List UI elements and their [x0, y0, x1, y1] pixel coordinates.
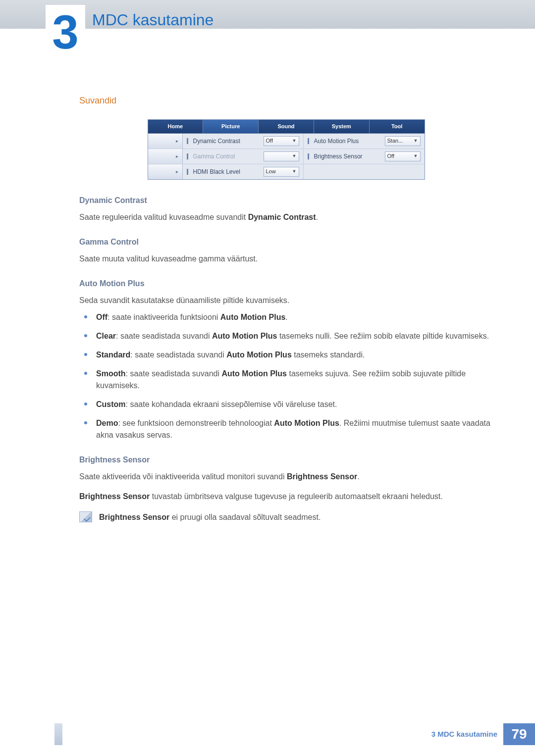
chevron-down-icon: ▼ [292, 168, 297, 175]
dynamic-contrast-select[interactable]: Off ▼ [264, 136, 299, 146]
field-marker-icon [308, 138, 309, 144]
gamma-control-select: ▼ [264, 151, 299, 161]
field-marker-icon [187, 169, 188, 175]
field-marker-icon [308, 153, 309, 159]
settings-panel-screenshot: Home Picture Sound System Tool ▸ Dynamic… [148, 119, 425, 180]
chevron-down-icon: ▼ [414, 138, 418, 145]
setting-auto-motion-plus: Auto Motion Plus Stan... ▼ [304, 134, 425, 149]
text-fragment: : saate kohandada ekraani sissepõlemise … [126, 400, 337, 408]
tab-system[interactable]: System [314, 120, 370, 133]
amp-options-list: Off: saate inaktiveerida funktsiooni Aut… [79, 311, 493, 441]
heading-gamma-control: Gamma Control [79, 236, 493, 248]
text-bold: Auto Motion Plus [212, 332, 277, 340]
chevron-down-icon: ▼ [292, 153, 297, 160]
page-number: 79 [503, 723, 535, 745]
list-item: Demo: see funktsioon demonstreerib tehno… [79, 417, 493, 441]
text-bold: Auto Motion Plus [221, 369, 287, 378]
chapter-block: 3 MDC kasutamine [46, 5, 214, 59]
text-fragment: : see funktsioon demonstreerib tehnoloog… [118, 419, 274, 427]
setting-label: Auto Motion Plus [314, 137, 382, 146]
text-bold: Brightness Sensor [99, 513, 169, 521]
option-name: Smooth [96, 369, 126, 378]
heading-brightness-sensor: Brightness Sensor [79, 454, 493, 466]
tab-sound[interactable]: Sound [259, 120, 314, 133]
option-name: Off [96, 313, 107, 321]
option-name: Demo [96, 419, 118, 427]
select-value: Low [266, 167, 276, 176]
text-dynamic-contrast: Saate reguleerida valitud kuvaseadme suv… [79, 211, 493, 223]
text-bold: Auto Motion Plus [226, 351, 292, 359]
footer-accent-stripe [54, 723, 62, 745]
settings-row: ▸ Dynamic Contrast Off ▼ Auto Motion Plu… [148, 134, 425, 149]
note-icon [79, 511, 92, 522]
select-value: Off [387, 152, 394, 160]
chapter-number: 3 [52, 8, 78, 56]
setting-dynamic-contrast: Dynamic Contrast Off ▼ [183, 134, 304, 149]
list-item: Smooth: saate seadistada suvandi Auto Mo… [79, 368, 493, 392]
setting-gamma-control: Gamma Control ▼ [183, 149, 304, 164]
select-value: Off [266, 137, 273, 145]
select-value: Stan... [387, 137, 403, 145]
text-fragment: tasemeks standardi. [292, 351, 365, 359]
text-fragment: . [285, 313, 287, 321]
option-name: Custom [96, 400, 126, 408]
settings-row: ▸ Gamma Control ▼ Brightness Sensor Off … [148, 149, 425, 164]
setting-label: Gamma Control [193, 152, 261, 161]
footer-breadcrumb: 3 MDC kasutamine [431, 729, 497, 740]
chevron-down-icon: ▼ [292, 138, 297, 145]
field-marker-icon [187, 153, 188, 159]
tab-bar: Home Picture Sound System Tool [148, 120, 425, 134]
list-item: Clear: saate seadistada suvandi Auto Mot… [79, 330, 493, 342]
settings-row: ▸ HDMI Black Level Low ▼ [148, 164, 425, 179]
text-fragment: . [357, 472, 359, 481]
row-expand-button[interactable]: ▸ [148, 149, 183, 164]
text-bold: Auto Motion Plus [274, 419, 339, 427]
text-fragment: : saate seadistada suvandi [116, 332, 212, 340]
setting-hdmi-black-level: HDMI Black Level Low ▼ [183, 164, 304, 179]
text-fragment: : saate seadistada suvandi [126, 369, 222, 378]
list-item: Standard: saate seadistada suvandi Auto … [79, 349, 493, 361]
note-text: Brightness Sensor ei pruugi olla saadava… [99, 511, 321, 523]
page-content: Suvandid Home Picture Sound System Tool … [79, 94, 493, 523]
text-bold: Auto Motion Plus [220, 313, 286, 321]
text-fragment: : saate seadistada suvandi [130, 351, 226, 359]
tab-home[interactable]: Home [148, 120, 204, 133]
text-bold: Brightness Sensor [287, 472, 357, 481]
list-item: Custom: saate kohandada ekraani sissepõl… [79, 399, 493, 410]
option-name: Standard [96, 351, 130, 359]
row-expand-button[interactable]: ▸ [148, 164, 183, 179]
text-bs-1: Saate aktiveerida või inaktiveerida vali… [79, 471, 493, 483]
text-bold: Dynamic Contrast [248, 213, 316, 221]
tab-tool[interactable]: Tool [370, 120, 425, 133]
setting-label: HDMI Black Level [193, 167, 261, 176]
heading-dynamic-contrast: Dynamic Contrast [79, 195, 493, 206]
text-amp-intro: Seda suvandit kasutatakse dünaamiliste p… [79, 295, 493, 306]
text-fragment: : saate inaktiveerida funktsiooni [107, 313, 220, 321]
text-bs-2: Brightness Sensor tuvastab ümbritseva va… [79, 491, 493, 503]
row-expand-button[interactable]: ▸ [148, 134, 183, 149]
setting-label: Brightness Sensor [314, 152, 382, 161]
field-marker-icon [187, 138, 188, 144]
text-bold: Brightness Sensor [79, 492, 150, 501]
hdmi-black-level-select[interactable]: Low ▼ [264, 167, 299, 177]
chapter-title: MDC kasutamine [92, 8, 214, 32]
brightness-sensor-select[interactable]: Off ▼ [385, 151, 421, 161]
option-name: Clear [96, 332, 116, 340]
text-fragment: Saate aktiveerida või inaktiveerida vali… [79, 472, 287, 481]
setting-label: Dynamic Contrast [193, 137, 261, 146]
empty-cell [304, 164, 425, 179]
text-fragment: tuvastab ümbritseva valguse tugevuse ja … [150, 492, 442, 501]
text-fragment: Saate reguleerida valitud kuvaseadme suv… [79, 213, 248, 221]
text-fragment: . [316, 213, 318, 221]
text-gamma-control: Saate muuta valitud kuvaseadme gamma vää… [79, 253, 493, 265]
heading-auto-motion-plus: Auto Motion Plus [79, 278, 493, 290]
note-block: Brightness Sensor ei pruugi olla saadava… [79, 511, 493, 523]
tab-picture[interactable]: Picture [203, 120, 259, 133]
text-fragment: ei pruugi olla saadaval sõltuvalt seadme… [169, 513, 321, 521]
chapter-number-box: 3 [46, 5, 85, 59]
page-footer: 3 MDC kasutamine 79 [431, 723, 535, 745]
list-item: Off: saate inaktiveerida funktsiooni Aut… [79, 311, 493, 323]
auto-motion-plus-select[interactable]: Stan... ▼ [385, 136, 421, 146]
settings-rows: ▸ Dynamic Contrast Off ▼ Auto Motion Plu… [148, 134, 425, 179]
chevron-down-icon: ▼ [414, 153, 418, 160]
